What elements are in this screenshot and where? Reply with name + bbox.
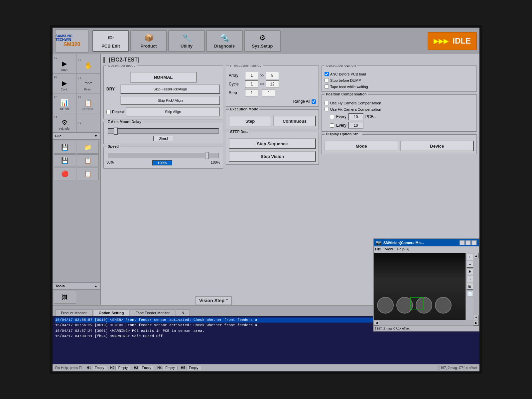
tool-plus-btn[interactable]: + [466, 254, 473, 260]
tab-tape-feeder-monitor[interactable]: Tape Feeder Monitor [130, 309, 175, 316]
sidebar-btn-cont[interactable]: F4 ▶ Cont. [53, 74, 76, 93]
tools-section[interactable]: Tools ▲ [53, 282, 100, 290]
sm-vision-menu-file[interactable]: File [375, 247, 381, 252]
mode-button[interactable]: Mode [325, 141, 398, 151]
every1-checkbox[interactable] [330, 115, 334, 119]
array-from-input[interactable] [245, 72, 258, 79]
status-bar: For Help, press F1 H1 Empty H2 Empty H3 … [53, 364, 479, 371]
file-power-btn[interactable]: 🔴 [54, 168, 76, 180]
nav-product[interactable]: 📦 Product [130, 30, 167, 52]
tool-grid-btn[interactable]: ⊞ [466, 283, 473, 290]
tool-minus-btn[interactable]: − [466, 261, 473, 268]
stop-dump-checkbox-label[interactable]: Stop before DUMP [325, 78, 474, 82]
step-sequence-button[interactable]: Step Sequence [229, 138, 316, 149]
tape-feed-checkbox-label[interactable]: Tape feed while waiting [325, 84, 474, 89]
scroll-thumb-v[interactable] [474, 259, 478, 305]
sidebar-btn-f9[interactable]: F9 [76, 113, 100, 132]
anc-checkbox-label[interactable]: ANC Before PCB load [325, 72, 474, 76]
idle-button[interactable]: ▶▶▶ IDLE [428, 32, 477, 50]
every-row-1: Every PCBs [330, 113, 474, 120]
cycle-to-input[interactable] [266, 80, 279, 88]
page-title-icon: ▌ [103, 57, 107, 63]
nav-pcb-edit[interactable]: ✏ PCB Edit [92, 30, 129, 52]
continuous-button[interactable]: Continuous [273, 116, 316, 126]
every1-input[interactable] [348, 113, 363, 120]
step-from-input[interactable] [245, 89, 258, 96]
win-close-btn[interactable]: × [471, 240, 477, 245]
file-section[interactable]: File ▼ [53, 133, 100, 140]
operation-option-label: Operation Option [325, 66, 357, 67]
tools-icon-1[interactable]: 🖼 [54, 291, 76, 304]
position-comp-label: Position Compensation [325, 92, 368, 96]
fix-cam-checkbox[interactable] [325, 107, 329, 111]
file-save2-btn[interactable]: 💾 [54, 154, 76, 167]
array-row: Array >> [229, 72, 316, 79]
tool-arrow-btn[interactable]: → [466, 276, 473, 282]
sidebar-btn-finish[interactable]: F6 〰 Finish [76, 74, 100, 93]
h5-val: Empty [186, 366, 201, 370]
step-to-input[interactable] [262, 89, 275, 96]
stop-dump-checkbox[interactable] [325, 78, 329, 82]
tools-expand-icon: ▲ [94, 284, 97, 288]
scroll-up-arrow[interactable]: ▲ [473, 253, 479, 258]
tool-star-btn[interactable]: ✱ [466, 268, 473, 275]
file-save-btn[interactable]: 💾 [54, 141, 76, 154]
speed-slider-box: 30% 100% 100% [106, 153, 220, 166]
sm-vision-menu-help[interactable]: Help(H) [397, 247, 409, 252]
tools-label: Tools [55, 284, 65, 288]
speed-track[interactable] [108, 153, 219, 158]
sm-vision-menu-view[interactable]: View [385, 247, 393, 252]
tape-feed-checkbox[interactable] [325, 84, 329, 89]
file-clip-btn[interactable]: 📋 [77, 154, 99, 167]
fly-cam-checkbox[interactable] [325, 101, 329, 105]
speed-thumb[interactable] [205, 152, 209, 159]
device-button[interactable]: Device [400, 141, 474, 151]
head-cell-1: H1 Empty [87, 366, 107, 370]
win-restore-btn[interactable]: □ [466, 240, 471, 245]
skip-pick-button[interactable]: Skip Pick/ Align [120, 96, 220, 105]
skip-feed-button[interactable]: Skip Feed/Pick/Align [120, 84, 220, 94]
tab-option-setting[interactable]: Option Setting [93, 309, 130, 316]
nav-utility[interactable]: 🔧 Utility [168, 30, 205, 52]
z-axis-thumb[interactable] [114, 127, 118, 135]
repeat-checkbox[interactable] [106, 110, 111, 114]
sidebar-btn-tfcnt[interactable]: F6 📊 T/F Cnt [53, 93, 76, 113]
tab-product-monitor[interactable]: Product Monitor [55, 309, 92, 316]
tool-doc-btn[interactable]: 📄 [466, 290, 473, 297]
cycle-from-input[interactable] [245, 80, 258, 88]
normal-mode-button[interactable]: NORMAL [130, 72, 197, 82]
hand-icon: ✋ [84, 62, 92, 69]
sm-vision-scrollbar-v[interactable]: ▲ ▼ [473, 253, 479, 305]
f7-key: F7 [78, 95, 81, 99]
tfcnt-icon: 📊 [60, 99, 68, 107]
win-minimize-btn[interactable]: _ [460, 240, 465, 245]
step-vision-button[interactable]: Step Vision [229, 151, 316, 162]
file-doc-btn[interactable]: 📋 [77, 168, 99, 180]
sidebar-btn-hand[interactable]: F5 ✋ [76, 54, 100, 73]
step-exec-button[interactable]: Step [229, 116, 271, 126]
z-axis-track[interactable] [108, 128, 219, 134]
every2-input[interactable] [348, 122, 363, 129]
nav-sys-setup[interactable]: ⚙ Sys.Setup [244, 30, 281, 52]
tab-product-monitor-label: Product Monitor [61, 311, 87, 315]
sidebar-btn-start[interactable]: F2 ▶ Start [53, 54, 76, 73]
nav-diagnosis[interactable]: 🔩 Diagnosis [206, 30, 243, 52]
range-all-checkbox[interactable] [312, 99, 316, 104]
anc-checkbox[interactable] [325, 72, 329, 76]
file-open-btn[interactable]: 📁 [77, 141, 99, 154]
fly-cam-text: Use Fly Camera Compensation [330, 101, 381, 105]
start-icon: ▶ [62, 60, 67, 67]
sidebar-btn-pdinfo[interactable]: F8 ⚙ Pd. Info [53, 113, 76, 132]
array-to-input[interactable] [266, 72, 279, 79]
repeat-checkbox-label[interactable]: Repeat [106, 110, 124, 114]
fly-cam-label[interactable]: Use Fly Camera Compensation [325, 101, 474, 105]
head-status: H1 Empty H2 Empty H3 Empty H4 Empty [87, 366, 204, 370]
sidebar-btn-pcbdl[interactable]: F7 📋 PCB D/L [76, 93, 100, 113]
tools-icons-grid: 🖼 [53, 290, 100, 305]
skip-align-button[interactable]: Skip Align [126, 107, 220, 116]
fix-cam-label[interactable]: Use Fix Camera Compensation [325, 107, 474, 111]
pdinfo-label: Pd. Info [59, 127, 69, 130]
tab-n[interactable]: N [176, 309, 190, 316]
every2-checkbox[interactable] [330, 123, 334, 128]
z-axis-label: Z Axis Mount Delay [106, 120, 143, 124]
